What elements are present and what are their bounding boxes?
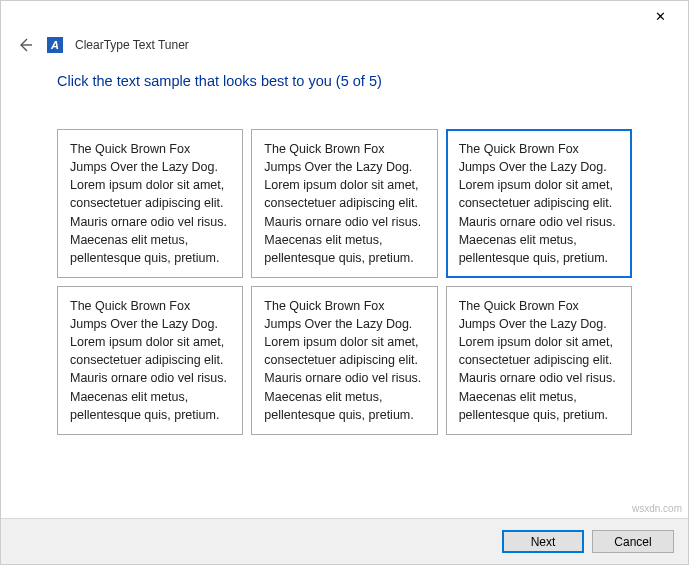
content-area: Click the text sample that looks best to… [1,65,688,435]
back-button[interactable] [15,35,35,55]
back-arrow-icon [17,37,33,53]
app-icon: A [47,37,63,53]
cancel-button[interactable]: Cancel [592,530,674,553]
text-sample-5[interactable]: The Quick Brown Fox Jumps Over the Lazy … [251,286,437,435]
sample-grid: The Quick Brown Fox Jumps Over the Lazy … [57,129,632,435]
text-sample-3[interactable]: The Quick Brown Fox Jumps Over the Lazy … [446,129,632,278]
watermark: wsxdn.com [632,503,682,514]
close-button[interactable]: ✕ [640,2,680,30]
text-sample-6[interactable]: The Quick Brown Fox Jumps Over the Lazy … [446,286,632,435]
close-icon: ✕ [655,9,666,24]
footer: Next Cancel [1,518,688,564]
titlebar: ✕ [1,1,688,31]
text-sample-2[interactable]: The Quick Brown Fox Jumps Over the Lazy … [251,129,437,278]
text-sample-1[interactable]: The Quick Brown Fox Jumps Over the Lazy … [57,129,243,278]
text-sample-4[interactable]: The Quick Brown Fox Jumps Over the Lazy … [57,286,243,435]
header: A ClearType Text Tuner [1,31,688,65]
app-icon-letter: A [51,39,59,51]
app-title: ClearType Text Tuner [75,38,189,52]
page-heading: Click the text sample that looks best to… [57,73,632,89]
next-button[interactable]: Next [502,530,584,553]
